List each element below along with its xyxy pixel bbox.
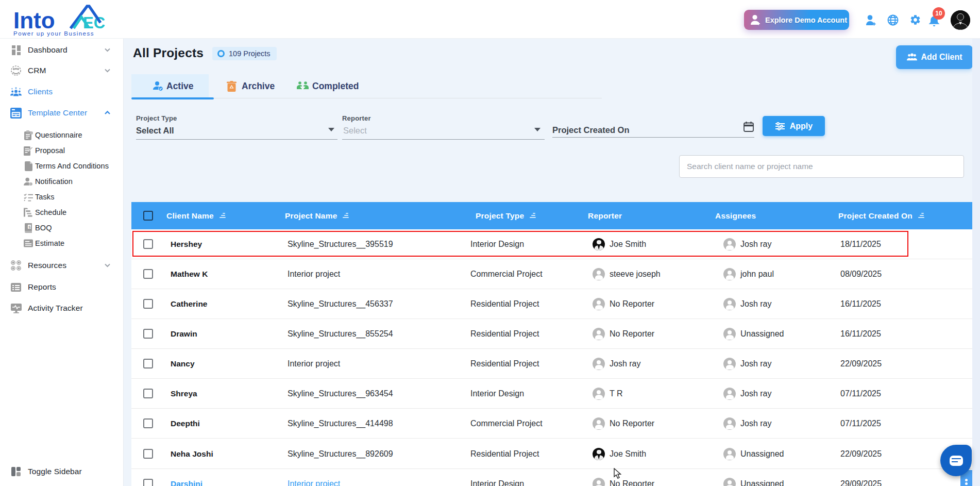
svg-text:Into: Into (13, 8, 55, 33)
svg-text:Power up your Business: Power up your Business (13, 30, 94, 37)
